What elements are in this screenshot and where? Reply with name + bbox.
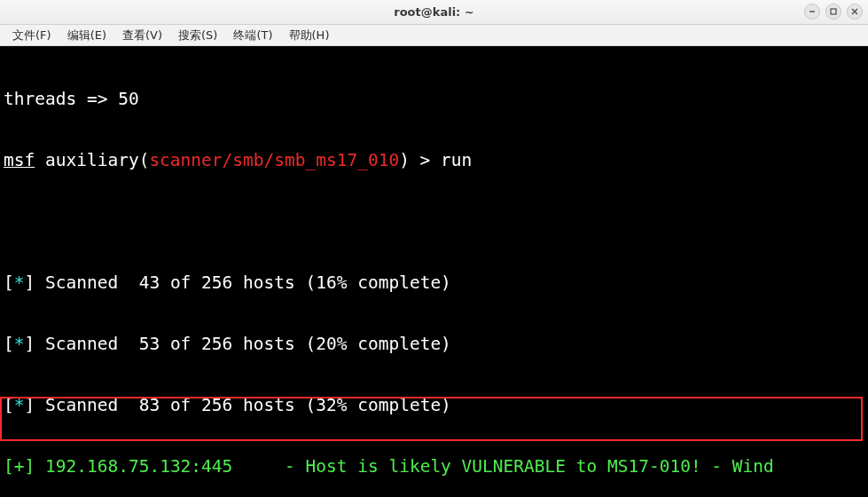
- titlebar: root@kali: ~: [0, 0, 868, 25]
- menu-terminal[interactable]: 终端(T): [226, 26, 279, 45]
- msf-prompt: msf: [4, 150, 35, 170]
- output-line: [*] Scanned 83 of 256 hosts (32% complet…: [4, 395, 864, 415]
- minimize-icon: [808, 7, 817, 16]
- star-icon: *: [14, 395, 25, 415]
- output-line: [+] 192.168.75.132:445 - Host is likely …: [4, 456, 864, 477]
- star-icon: *: [14, 272, 25, 293]
- module-name: scanner/smb/smb_ms17_010: [149, 150, 399, 170]
- star-icon: *: [14, 334, 25, 354]
- minimize-button[interactable]: [804, 4, 820, 20]
- menu-view[interactable]: 查看(V): [115, 26, 169, 45]
- menu-help[interactable]: 帮助(H): [282, 26, 337, 45]
- blank-line: [4, 211, 864, 232]
- terminal-area[interactable]: threads => 50 msf auxiliary(scanner/smb/…: [0, 46, 868, 497]
- close-icon: [850, 7, 859, 16]
- terminal-window: root@kali: ~ 文件(F) 编辑(E) 查看(V) 搜索(S) 终端(…: [0, 0, 868, 497]
- menu-file[interactable]: 文件(F): [5, 26, 59, 45]
- window-title: root@kali: ~: [0, 5, 868, 19]
- output-line: threads => 50: [4, 89, 864, 109]
- prompt-line: msf auxiliary(scanner/smb/smb_ms17_010) …: [4, 150, 864, 170]
- output-line: [*] Scanned 53 of 256 hosts (20% complet…: [4, 334, 864, 354]
- menu-search[interactable]: 搜索(S): [171, 26, 224, 45]
- menu-edit[interactable]: 编辑(E): [60, 26, 113, 45]
- menubar: 文件(F) 编辑(E) 查看(V) 搜索(S) 终端(T) 帮助(H): [0, 25, 868, 46]
- plus-icon: +: [14, 456, 25, 477]
- window-controls: [804, 4, 863, 20]
- close-button[interactable]: [847, 4, 863, 20]
- maximize-icon: [829, 7, 838, 16]
- output-line: [*] Scanned 43 of 256 hosts (16% complet…: [4, 272, 864, 293]
- svg-rect-1: [831, 9, 836, 14]
- maximize-button[interactable]: [825, 4, 841, 20]
